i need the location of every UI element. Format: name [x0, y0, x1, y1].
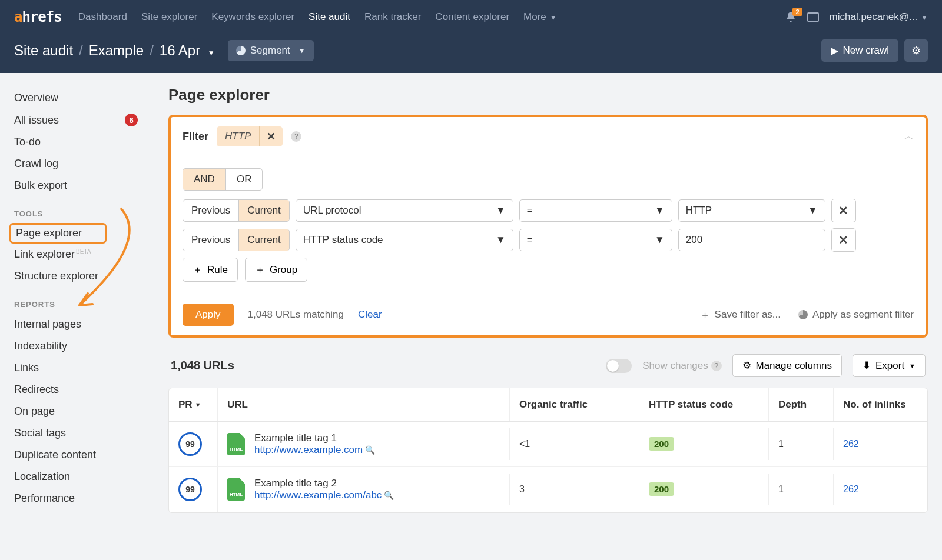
row-url-link[interactable]: http://www.example.com/abc: [254, 489, 382, 501]
crumb-example[interactable]: Example: [89, 42, 144, 59]
sidebar-indexability[interactable]: Indexability: [14, 335, 154, 357]
search-icon[interactable]: 🔍: [365, 445, 375, 455]
sidebar-page-explorer[interactable]: Page explorer: [9, 223, 107, 244]
and-option[interactable]: AND: [183, 169, 225, 190]
nav-more[interactable]: More▼: [523, 11, 557, 23]
save-filter-button[interactable]: ＋Save filter as...: [700, 308, 781, 322]
filter-label: Filter: [183, 131, 208, 143]
sidebar-structure-explorer[interactable]: Structure explorer: [14, 265, 154, 287]
nav-dashboard[interactable]: Dashboard: [78, 11, 127, 23]
rule-remove-2[interactable]: ✕: [831, 228, 856, 252]
th-http-status[interactable]: HTTP status code: [639, 388, 768, 421]
new-crawl-button[interactable]: ▶ New crawl: [821, 39, 898, 62]
top-nav: ahrefs Dashboard Site explorer Keywords …: [0, 0, 942, 34]
nav-site-explorer[interactable]: Site explorer: [141, 11, 197, 23]
crumb-site-audit[interactable]: Site audit: [14, 42, 73, 59]
row-inlinks-link[interactable]: 262: [843, 484, 859, 494]
row-url-link[interactable]: http://www.example.com: [254, 444, 363, 455]
row-title: Example title tag 1: [254, 432, 375, 444]
gear-icon: ⚙: [911, 45, 921, 56]
clear-link[interactable]: Clear: [358, 309, 382, 321]
previous-option[interactable]: Previous: [183, 200, 238, 221]
sidebar-todo[interactable]: To-do: [14, 131, 154, 153]
segment-button[interactable]: Segment ▼: [228, 40, 314, 61]
filter-body: AND OR Previous Current URL protocol▼ =▼…: [171, 156, 926, 294]
rule-field-select-2[interactable]: HTTP status code▼: [296, 229, 513, 251]
nav-site-audit[interactable]: Site audit: [309, 11, 350, 23]
sidebar-links[interactable]: Links: [14, 357, 154, 379]
row-title: Example title tag 2: [254, 478, 394, 489]
nav-rank-tracker[interactable]: Rank tracker: [364, 11, 421, 23]
pie-icon: [236, 46, 246, 55]
rule-remove-1[interactable]: ✕: [831, 199, 856, 222]
table-row: 99 HTML Example title tag 2 http://www.e…: [169, 467, 927, 512]
search-icon[interactable]: 🔍: [384, 491, 394, 500]
sidebar-duplicate-content[interactable]: Duplicate content: [14, 444, 154, 466]
crumb-date[interactable]: 16 Apr ▼: [160, 42, 215, 59]
prev-curr-toggle-2: Previous Current: [183, 229, 290, 251]
pr-badge: 99: [178, 432, 202, 456]
sidebar-link-explorer[interactable]: Link explorerBETA: [14, 244, 154, 265]
breadcrumb: Site audit / Example / 16 Apr ▼: [14, 42, 215, 59]
user-menu[interactable]: michal.pecanek@...▼: [830, 11, 928, 23]
export-button[interactable]: ⬇Export▼: [853, 354, 926, 377]
rule-row-1: Previous Current URL protocol▼ =▼ HTTP▼ …: [183, 199, 914, 222]
download-icon: ⬇: [863, 359, 871, 372]
sidebar-crawl-log[interactable]: Crawl log: [14, 153, 154, 175]
rule-field-select-1[interactable]: URL protocol▼: [296, 199, 513, 222]
rule-value-select-1[interactable]: HTTP▼: [678, 199, 825, 222]
help-icon[interactable]: ?: [291, 131, 301, 142]
collapse-icon[interactable]: ︿: [904, 131, 914, 143]
settings-button[interactable]: ⚙: [904, 39, 928, 62]
rule-value-input-2[interactable]: 200: [678, 229, 825, 251]
th-pr[interactable]: PR ▼: [169, 388, 217, 421]
filter-chip-close[interactable]: ✕: [259, 126, 283, 146]
filter-head: Filter HTTP ✕ ? ︿: [171, 117, 926, 156]
main: Page explorer Filter HTTP ✕ ? ︿ AND OR: [154, 73, 942, 526]
notifications-icon[interactable]: 2: [785, 11, 797, 23]
status-badge: 200: [649, 437, 674, 451]
pie-icon: [798, 310, 808, 319]
show-changes-toggle[interactable]: [606, 359, 632, 373]
show-changes-label: Show changes ?: [642, 360, 721, 372]
current-option[interactable]: Current: [238, 200, 289, 221]
nav-keywords-explorer[interactable]: Keywords explorer: [211, 11, 294, 23]
html-file-icon: HTML: [227, 433, 245, 455]
th-url[interactable]: URL: [217, 388, 509, 421]
apply-button[interactable]: Apply: [183, 304, 234, 326]
manage-columns-button[interactable]: ⚙Manage columns: [732, 354, 842, 377]
th-depth[interactable]: Depth: [768, 388, 833, 421]
sidebar-bulk-export[interactable]: Bulk export: [14, 175, 154, 196]
sidebar-internal-pages[interactable]: Internal pages: [14, 314, 154, 335]
help-icon[interactable]: ?: [711, 361, 722, 371]
rule-op-select-1[interactable]: =▼: [519, 199, 672, 222]
logo[interactable]: ahrefs: [14, 9, 62, 25]
sidebar-overview[interactable]: Overview: [14, 87, 154, 109]
row-depth: 1: [768, 474, 833, 505]
filter-panel: Filter HTTP ✕ ? ︿ AND OR Previous Curren…: [168, 115, 928, 338]
html-file-icon: HTML: [227, 478, 245, 501]
or-option[interactable]: OR: [225, 169, 263, 190]
sidebar-localization[interactable]: Localization: [14, 466, 154, 488]
sidebar-redirects[interactable]: Redirects: [14, 379, 154, 401]
th-inlinks[interactable]: No. of inlinks: [833, 388, 927, 421]
rule-op-select-2[interactable]: =▼: [519, 229, 672, 251]
plus-icon: ＋: [700, 308, 710, 322]
chevron-down-icon: ▼: [496, 205, 506, 216]
add-rule-button[interactable]: ＋Rule: [183, 258, 238, 282]
sidebar-on-page[interactable]: On page: [14, 401, 154, 422]
current-option[interactable]: Current: [238, 229, 289, 251]
row-inlinks-link[interactable]: 262: [843, 439, 859, 449]
prev-curr-toggle-1: Previous Current: [183, 199, 290, 222]
sidebar-social-tags[interactable]: Social tags: [14, 422, 154, 444]
add-group-button[interactable]: ＋Group: [245, 258, 307, 282]
sidebar-all-issues[interactable]: All issues6: [14, 109, 154, 131]
previous-option[interactable]: Previous: [183, 229, 238, 251]
nav-content-explorer[interactable]: Content explorer: [435, 11, 509, 23]
row-depth: 1: [768, 428, 833, 460]
device-icon[interactable]: [807, 12, 819, 22]
sidebar-performance[interactable]: Performance: [14, 488, 154, 509]
th-organic-traffic[interactable]: Organic traffic: [509, 388, 639, 421]
chevron-down-icon: ▼: [655, 234, 665, 246]
apply-segment-button[interactable]: Apply as segment filter: [798, 309, 914, 321]
